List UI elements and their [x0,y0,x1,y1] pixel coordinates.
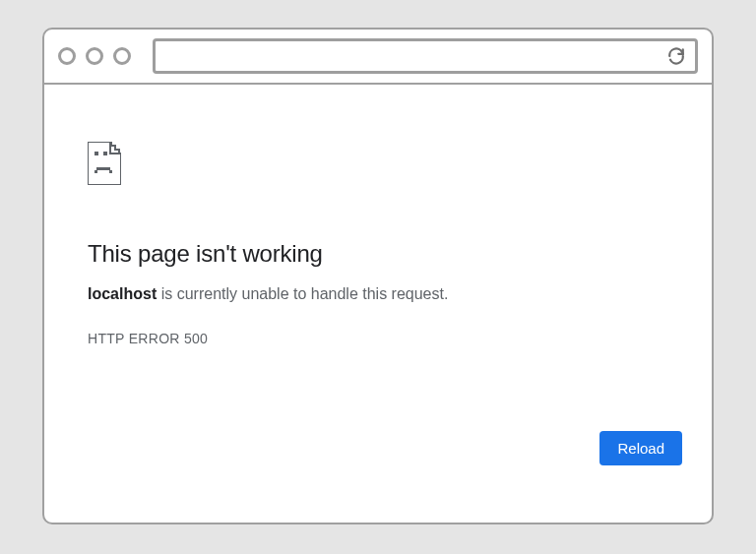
svg-rect-3 [94,170,97,173]
error-message: localhost is currently unable to handle … [88,285,668,303]
browser-window: This page isn't working localhost is cur… [42,28,714,524]
reload-button[interactable]: Reload [599,431,682,465]
svg-rect-1 [103,152,107,155]
reload-icon[interactable] [667,47,685,65]
svg-rect-0 [94,152,98,155]
window-close-dot[interactable] [58,47,76,65]
svg-rect-2 [96,167,110,170]
error-host: localhost [88,285,157,302]
error-page-content: This page isn't working localhost is cur… [44,85,712,523]
window-maximize-dot[interactable] [113,47,131,65]
browser-toolbar [44,30,712,85]
error-code: HTTP ERROR 500 [88,331,668,346]
window-minimize-dot[interactable] [86,47,103,65]
window-controls [58,47,131,65]
sad-page-icon [88,142,121,185]
error-title: This page isn't working [88,240,668,268]
svg-rect-4 [109,170,112,173]
error-message-suffix: is currently unable to handle this reque… [157,285,448,302]
address-bar[interactable] [153,38,698,74]
